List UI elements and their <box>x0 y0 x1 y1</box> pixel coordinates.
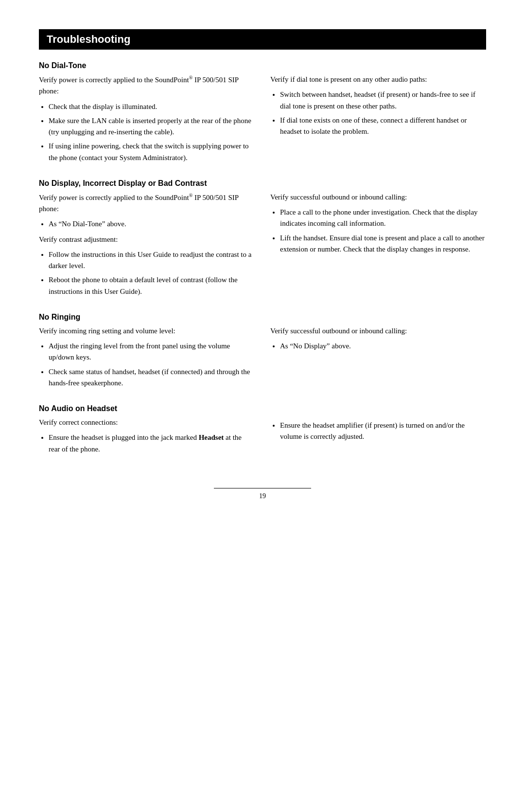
section-no-display: No Display, Incorrect Display or Bad Con… <box>39 179 486 301</box>
page-footer: 19 <box>214 488 311 500</box>
section-no-ringing: No Ringing Verify incoming ring setting … <box>39 313 486 393</box>
page-title: Troubleshooting <box>47 33 130 45</box>
list-item: Check that the display is illuminated. <box>49 101 255 112</box>
col-right-no-dial-tone: Verify if dial tone is present on any ot… <box>270 74 486 167</box>
two-col-no-ringing: Verify incoming ring setting and volume … <box>39 325 486 393</box>
section-title-no-dial-tone: No Dial-Tone <box>39 61 486 70</box>
no-display-left-intro: Verify power is correctly applied to the… <box>39 192 255 215</box>
no-dial-tone-right-list: Switch between handset, headset (if pres… <box>280 89 486 137</box>
col-right-no-display: Verify successful outbound or inbound ca… <box>270 192 486 301</box>
page-number: 19 <box>259 492 266 500</box>
section-no-dial-tone: No Dial-Tone Verify power is correctly a… <box>39 61 486 167</box>
list-item: Ensure the headset is plugged into the j… <box>49 432 255 455</box>
section-no-audio: No Audio on Headset Verify correct conne… <box>39 404 486 459</box>
no-dial-tone-left-list: Check that the display is illuminated. M… <box>49 101 255 163</box>
no-audio-left-intro: Verify correct connections: <box>39 417 255 428</box>
list-item: Place a call to the phone under investig… <box>280 207 486 230</box>
no-ringing-left-list: Adjust the ringing level from the front … <box>49 341 255 389</box>
list-item: Reboot the phone to obtain a default lev… <box>49 274 255 297</box>
two-col-no-dial-tone: Verify power is correctly applied to the… <box>39 74 486 167</box>
list-item: Adjust the ringing level from the front … <box>49 341 255 363</box>
no-dial-tone-left-intro: Verify power is correctly applied to the… <box>39 74 255 97</box>
two-col-no-display: Verify power is correctly applied to the… <box>39 192 486 301</box>
no-audio-left-list: Ensure the headset is plugged into the j… <box>49 432 255 455</box>
no-display-left-intro2: Verify contrast adjustment: <box>39 234 255 245</box>
col-left-no-display: Verify power is correctly applied to the… <box>39 192 255 301</box>
list-item: As “No Dial-Tone” above. <box>49 218 255 230</box>
col-left-no-dial-tone: Verify power is correctly applied to the… <box>39 74 255 167</box>
page-header: Troubleshooting <box>39 29 486 50</box>
list-item: Lift the handset. Ensure dial tone is pr… <box>280 233 486 255</box>
list-item: Switch between handset, headset (if pres… <box>280 89 486 112</box>
list-item: As “No Display” above. <box>280 341 486 352</box>
list-item: If using inline powering, check that the… <box>49 141 255 163</box>
no-dial-tone-right-intro: Verify if dial tone is present on any ot… <box>270 74 486 85</box>
list-item: If dial tone exists on one of these, con… <box>280 115 486 138</box>
col-left-no-audio: Verify correct connections: Ensure the h… <box>39 417 255 459</box>
list-item: Check same status of handset, headset (i… <box>49 366 255 389</box>
no-display-right-list: Place a call to the phone under investig… <box>280 207 486 255</box>
section-title-no-audio: No Audio on Headset <box>39 404 486 413</box>
col-right-no-ringing: Verify successful outbound or inbound ca… <box>270 325 486 393</box>
section-title-no-ringing: No Ringing <box>39 313 486 322</box>
list-item: Ensure the headset amplifier (if present… <box>280 420 486 443</box>
no-ringing-right-list: As “No Display” above. <box>280 341 486 352</box>
two-col-no-audio: Verify correct connections: Ensure the h… <box>39 417 486 459</box>
no-ringing-right-intro: Verify successful outbound or inbound ca… <box>270 325 486 337</box>
col-right-no-audio: Ensure the headset amplifier (if present… <box>270 417 486 459</box>
no-display-left-list-1: As “No Dial-Tone” above. <box>49 218 255 230</box>
no-display-left-list-2: Follow the instructions in this User Gui… <box>49 249 255 297</box>
section-title-no-display: No Display, Incorrect Display or Bad Con… <box>39 179 486 188</box>
no-audio-right-list: Ensure the headset amplifier (if present… <box>280 420 486 443</box>
list-item: Make sure the LAN cable is inserted prop… <box>49 115 255 138</box>
col-left-no-ringing: Verify incoming ring setting and volume … <box>39 325 255 393</box>
no-ringing-left-intro: Verify incoming ring setting and volume … <box>39 325 255 337</box>
list-item: Follow the instructions in this User Gui… <box>49 249 255 272</box>
no-display-right-intro: Verify successful outbound or inbound ca… <box>270 192 486 203</box>
